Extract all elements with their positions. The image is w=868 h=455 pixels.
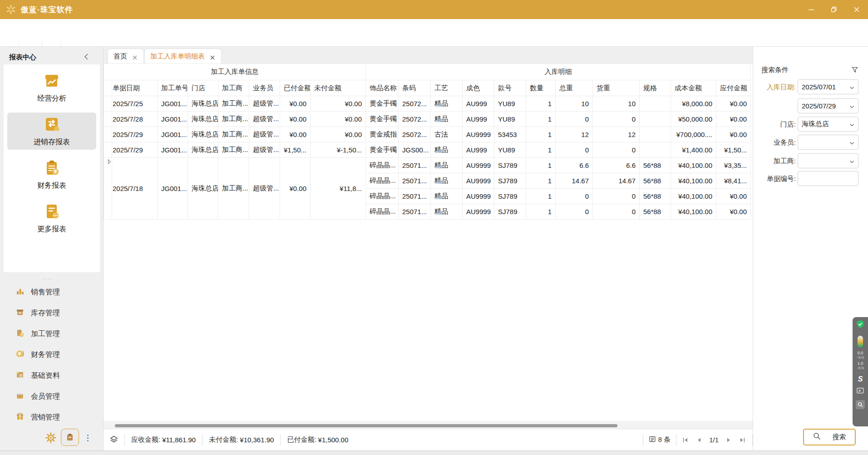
table-cell: 碎晶晶... [366,158,399,173]
minimize-button[interactable] [800,0,823,19]
expand-cell[interactable] [104,158,112,220]
table-cell: SJ789 [494,204,526,220]
sidebar-report-item-0[interactable]: 经营分析 [7,69,96,106]
column-header[interactable]: 规格 [640,80,671,96]
field-input[interactable]: 2025/07/29 [798,98,858,113]
close-tab-icon[interactable] [210,54,216,59]
collapse-sidebar-button[interactable] [84,53,91,60]
column-header[interactable]: 货重 [593,80,640,96]
record-list-icon [649,435,656,444]
table-cell: 1 [526,112,556,127]
column-header[interactable]: 门店 [188,80,218,96]
filter-funnel-icon[interactable] [852,67,858,73]
prev-page-button[interactable] [695,436,703,444]
table-row[interactable]: 2025/7/28JG001...海珠总店加工商...超级管...¥0.00¥0… [104,112,751,127]
tab-processing-inbound-report[interactable]: 加工入库单明细表 [144,49,222,64]
expand-cell [104,96,112,112]
bar-chart-icon [15,287,25,298]
table-cell: ¥50,000.00 [671,112,716,127]
security-shield-icon[interactable] [856,320,864,331]
table-cell: 56*88 [640,189,671,204]
sidebar-menu-item-0[interactable]: 销售管理 [0,282,104,303]
next-page-button[interactable] [725,436,732,444]
menu-item-label: 库存管理 [31,308,60,318]
table-cell: ¥0.00 [311,112,366,127]
sidebar-menu-item-6[interactable]: 营销管理 [0,407,104,428]
field-input[interactable]: 海珠总店 [798,117,858,132]
sidebar-report-item-3[interactable]: 更多报表 [7,200,96,237]
field-input[interactable] [798,135,858,150]
column-header[interactable]: 加工单号 [158,80,188,96]
merged-cell: ¥11,8... [311,158,366,220]
table-row[interactable]: 2025/7/18JG001...海珠总店加工商...超级管...¥0.00¥1… [104,158,751,173]
layers-icon[interactable] [109,435,118,445]
last-page-button[interactable] [739,436,746,444]
field-label [755,98,796,113]
browser-swirl-icon[interactable]: S [858,375,863,383]
expand-cell [104,142,112,158]
column-header[interactable]: 总重 [556,80,593,96]
table-cell: 12 [556,127,593,142]
column-header[interactable]: 应付金额 [716,80,751,96]
table-cell: 0 [593,204,640,220]
chevron-down-icon [849,120,854,128]
sidebar-menu-item-4[interactable]: 基础资料 [0,365,104,386]
column-header[interactable]: 未付金额 [311,80,366,96]
table-row[interactable]: 2025/7/25JG001...海珠总店加工商...超级管...¥0.00¥0… [104,96,751,112]
sidebar-menu-item-1[interactable]: 库存管理 [0,303,104,323]
table-row[interactable]: 2025/7/29JG001...海珠总店加工商...超级管...¥1,50..… [104,142,751,158]
close-tab-icon[interactable] [133,54,138,59]
svg-text:¥: ¥ [54,169,57,174]
settings-gear-icon[interactable] [45,432,56,443]
menu-item-label: 营销管理 [31,413,60,422]
record-count: 8 条 [658,435,671,444]
table-cell: 精品 [431,204,463,220]
table-cell: ¥40,100.00 [671,204,716,220]
column-header[interactable]: 数量 [526,80,556,96]
column-header[interactable]: 工艺 [431,80,463,96]
sidebar-menu-item-5[interactable]: 会员管理 [0,386,104,407]
column-header[interactable]: 业务员 [249,80,280,96]
more-options-button[interactable] [84,432,91,443]
sidebar-report-item-1[interactable]: 进销存报表 [7,113,96,150]
screenshot-crop-icon[interactable] [856,387,864,396]
sidebar-report-item-2[interactable]: ¥ 财务报表 [7,156,96,193]
field-label: 加工商: [755,153,796,168]
column-header[interactable]: 已付金额 [280,80,311,96]
table-cell: SJ789 [494,173,526,189]
sidebar-menu-item-2[interactable]: 加工管理 [0,323,104,344]
quick-search-icon[interactable] [856,400,865,409]
column-header[interactable]: 成本金额 [671,80,716,96]
field-input[interactable] [798,153,858,168]
restore-button[interactable] [823,0,845,19]
report-item-label: 财务报表 [37,181,66,191]
column-header[interactable]: 饰品名称 [366,80,399,96]
sidebar-menu-item-3[interactable]: ¥ 财务管理 [0,344,104,365]
performance-capsule-icon[interactable] [858,336,863,347]
column-header[interactable]: 加工商 [218,80,249,96]
close-button[interactable] [845,0,868,19]
tab-home[interactable]: 首页 [108,49,144,64]
table-cell: ¥3,35... [716,158,751,173]
panel-drag-handle[interactable] [0,275,96,279]
table-row[interactable]: 2025/7/29JG001...海珠总店加工商...超级管...¥0.00¥0… [104,127,751,142]
scrollbar-thumb[interactable] [115,424,617,427]
table-cell: ¥8,000.00 [671,96,716,112]
field-input[interactable] [798,171,858,186]
group-header-row: 加工入库单信息 入库明细 [104,64,751,80]
column-header[interactable]: 成色 [463,80,494,96]
report-item-label: 更多报表 [37,225,66,234]
field-input[interactable]: 2025/07/01 [798,79,858,94]
table-cell: 精品 [431,158,463,173]
first-page-button[interactable] [682,436,689,444]
table-cell: 0 [556,189,593,204]
column-header[interactable]: 单据日期 [112,80,158,96]
column-header[interactable]: 条码 [399,80,431,96]
column-header[interactable]: 款号 [494,80,526,96]
total-2: 已付金额:¥1,500.00 [281,435,355,444]
table-cell: 1 [526,142,556,158]
clipboard-button[interactable] [61,429,79,446]
search-button[interactable]: 搜索 [803,429,856,445]
table-cell: JGS00... [399,142,431,158]
search-field-2: 门店: 海珠总店 [753,117,868,132]
